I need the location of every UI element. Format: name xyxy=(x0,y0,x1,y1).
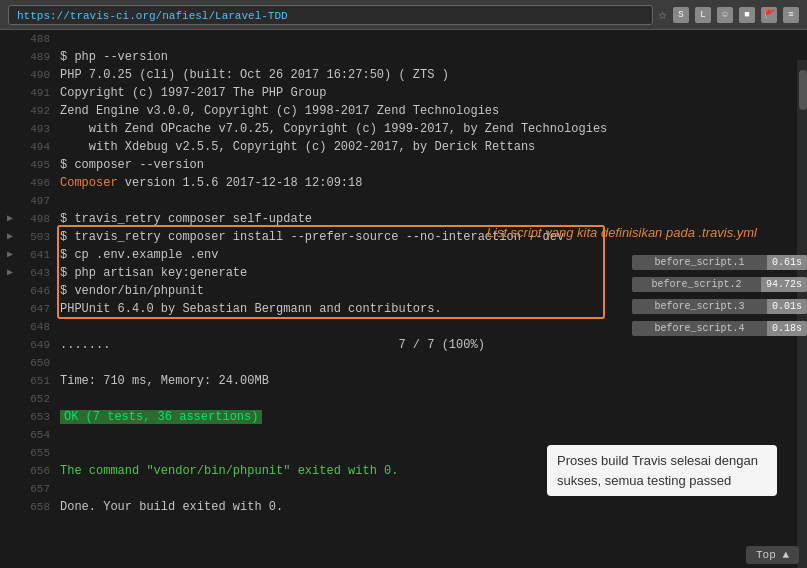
line-number: 656 xyxy=(20,462,60,480)
log-line: 490PHP 7.0.25 (cli) (built: Oct 26 2017 … xyxy=(0,66,807,84)
line-text: with Zend OPcache v7.0.25, Copyright (c)… xyxy=(60,120,807,138)
browser-chrome: https://travis-ci.org/nafiesl/Laravel-TD… xyxy=(0,0,807,30)
script-badge-label: before_script.3 xyxy=(632,299,767,314)
line-expand-arrow[interactable]: ▶ xyxy=(0,264,20,282)
line-text: OK (7 tests, 36 assertions) xyxy=(60,408,807,426)
line-text: Done. Your build exited with 0. xyxy=(60,498,807,516)
line-text: with Xdebug v2.5.5, Copyright (c) 2002-2… xyxy=(60,138,807,156)
line-number: 647 xyxy=(20,300,60,318)
log-line: 651Time: 710 ms, Memory: 24.00MB xyxy=(0,372,807,390)
log-line: 489$ php --version xyxy=(0,48,807,66)
script-badges-panel: before_script.10.61sbefore_script.294.72… xyxy=(632,252,807,340)
line-text: Copyright (c) 1997-2017 The PHP Group xyxy=(60,84,807,102)
line-number: 494 xyxy=(20,138,60,156)
line-number: 649 xyxy=(20,336,60,354)
line-number: 643 xyxy=(20,264,60,282)
script-badge-label: before_script.2 xyxy=(632,277,761,292)
script-badge: before_script.30.01s xyxy=(632,296,807,316)
line-number: 654 xyxy=(20,426,60,444)
log-line: 492Zend Engine v3.0.0, Copyright (c) 199… xyxy=(0,102,807,120)
script-badge-time: 0.01s xyxy=(767,299,807,314)
script-badge-time: 94.72s xyxy=(761,277,807,292)
line-number: 491 xyxy=(20,84,60,102)
line-number: 493 xyxy=(20,120,60,138)
annotation-mid: Proses build Travis selesai dengan sukse… xyxy=(547,445,777,496)
log-line: 653OK (7 tests, 36 assertions) xyxy=(0,408,807,426)
script-badge: before_script.294.72s xyxy=(632,274,807,294)
scrollbar-thumb[interactable] xyxy=(799,70,807,110)
log-content: 488489$ php --version490PHP 7.0.25 (cli)… xyxy=(0,30,807,568)
bookmark-icon[interactable]: ☆ xyxy=(659,6,667,23)
annotation-mid-text: Proses build Travis selesai dengan sukse… xyxy=(557,453,758,488)
log-line: 496Composer version 1.5.6 2017-12-18 12:… xyxy=(0,174,807,192)
browser-icon-5: 🚩 xyxy=(761,7,777,23)
script-badge-time: 0.18s xyxy=(767,321,807,336)
log-line: 493 with Zend OPcache v7.0.25, Copyright… xyxy=(0,120,807,138)
script-badge: before_script.10.61s xyxy=(632,252,807,272)
line-number: 648 xyxy=(20,318,60,336)
browser-icon-1: S xyxy=(673,7,689,23)
line-number: 655 xyxy=(20,444,60,462)
script-badge-label: before_script.4 xyxy=(632,321,767,336)
log-line: 497 xyxy=(0,192,807,210)
line-text: Time: 710 ms, Memory: 24.00MB xyxy=(60,372,807,390)
line-expand-arrow[interactable]: ▶ xyxy=(0,210,20,228)
script-badge: before_script.40.18s xyxy=(632,318,807,338)
line-number: 658 xyxy=(20,498,60,516)
line-number: 503 xyxy=(20,228,60,246)
line-number: 646 xyxy=(20,282,60,300)
line-expand-arrow[interactable]: ▶ xyxy=(0,246,20,264)
line-number: 498 xyxy=(20,210,60,228)
log-line: 658Done. Your build exited with 0. xyxy=(0,498,807,516)
script-badge-label: before_script.1 xyxy=(632,255,767,270)
line-number: 641 xyxy=(20,246,60,264)
log-line: 650 xyxy=(0,354,807,372)
browser-icon-6: ≡ xyxy=(783,7,799,23)
line-number: 492 xyxy=(20,102,60,120)
line-text: $ composer --version xyxy=(60,156,807,174)
browser-icon-4: ■ xyxy=(739,7,755,23)
line-number: 489 xyxy=(20,48,60,66)
line-number: 657 xyxy=(20,480,60,498)
line-number: 497 xyxy=(20,192,60,210)
line-text: PHP 7.0.25 (cli) (built: Oct 26 2017 16:… xyxy=(60,66,807,84)
line-number: 495 xyxy=(20,156,60,174)
line-number: 653 xyxy=(20,408,60,426)
line-text: Zend Engine v3.0.0, Copyright (c) 1998-2… xyxy=(60,102,807,120)
line-number: 652 xyxy=(20,390,60,408)
url-bar[interactable]: https://travis-ci.org/nafiesl/Laravel-TD… xyxy=(8,5,653,25)
top-button[interactable]: Top ▲ xyxy=(746,546,799,564)
browser-icon-2: L xyxy=(695,7,711,23)
log-line: 495$ composer --version xyxy=(0,156,807,174)
script-badge-time: 0.61s xyxy=(767,255,807,270)
line-number: 650 xyxy=(20,354,60,372)
browser-icon-3: ☺ xyxy=(717,7,733,23)
line-text: Composer version 1.5.6 2017-12-18 12:09:… xyxy=(60,174,807,192)
line-number: 496 xyxy=(20,174,60,192)
annotation-top: List script yang kita definisikan pada .… xyxy=(487,225,757,240)
log-line: 491Copyright (c) 1997-2017 The PHP Group xyxy=(0,84,807,102)
line-text: $ php --version xyxy=(60,48,807,66)
log-line: 654 xyxy=(0,426,807,444)
line-number: 488 xyxy=(20,30,60,48)
line-number: 490 xyxy=(20,66,60,84)
line-expand-arrow[interactable]: ▶ xyxy=(0,228,20,246)
log-line: 652 xyxy=(0,390,807,408)
log-line: 494 with Xdebug v2.5.5, Copyright (c) 20… xyxy=(0,138,807,156)
log-line: 488 xyxy=(0,30,807,48)
line-number: 651 xyxy=(20,372,60,390)
